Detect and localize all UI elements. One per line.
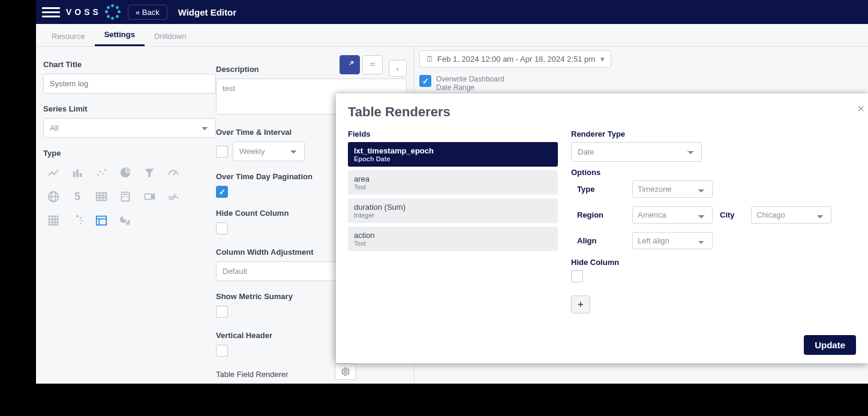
back-button[interactable]: « Back [128, 5, 167, 20]
type-globe-icon[interactable] [43, 186, 64, 207]
plus-icon: + [578, 299, 583, 310]
svg-line-40 [350, 62, 353, 65]
renderer-type-label: Renderer Type [571, 129, 856, 138]
expand-icon [345, 60, 355, 70]
field-item[interactable]: lxt_timestamp_epoch Epoch Date [348, 142, 558, 167]
secondary-action-button[interactable] [362, 55, 383, 74]
type-calc-icon[interactable] [115, 186, 136, 207]
svg-point-43 [344, 370, 347, 373]
svg-point-27 [76, 215, 79, 218]
type-line-icon[interactable] [43, 162, 64, 183]
svg-rect-39 [128, 220, 130, 225]
opt-align-select[interactable]: Left align [632, 232, 713, 249]
update-button[interactable]: Update [804, 335, 856, 355]
opt-region-label: Region [577, 210, 625, 219]
type-grid-icon[interactable] [43, 210, 64, 231]
add-option-button[interactable]: + [571, 296, 590, 313]
field-item[interactable]: action Text [348, 227, 558, 251]
date-range-picker[interactable]: 🗓 Feb 1, 2024 12:00 am - Apr 18, 2024 2:… [419, 50, 611, 68]
fields-label: Fields [348, 129, 558, 138]
svg-point-34 [74, 218, 75, 219]
chevron-down-icon: ▾ [600, 55, 605, 64]
options-label: Options [571, 168, 856, 177]
opt-align-label: Align [577, 236, 625, 245]
svg-rect-0 [73, 171, 76, 177]
over-time-checkbox[interactable] [216, 146, 228, 158]
svg-point-31 [77, 224, 78, 225]
gear-icon [341, 367, 350, 376]
modal-close-button[interactable]: × [857, 102, 864, 116]
over-time-day-checkbox[interactable] [216, 186, 228, 198]
svg-point-3 [97, 174, 99, 176]
opt-type-select[interactable]: Timezone [632, 180, 713, 198]
topbar: VOSS « Back Widget Editor [36, 0, 868, 24]
chart-title-input[interactable] [43, 74, 216, 94]
show-metric-checkbox[interactable] [216, 306, 228, 318]
type-label: Type [43, 149, 216, 158]
svg-rect-2 [80, 173, 82, 177]
hide-col-checkbox[interactable] [571, 270, 583, 282]
type-loading-icon[interactable] [67, 210, 88, 231]
field-item[interactable]: duration (Sum) Integer [348, 198, 558, 223]
type-pie-icon[interactable] [115, 162, 136, 183]
svg-point-29 [81, 220, 83, 222]
opt-type-label: Type [577, 185, 625, 194]
opt-city-select[interactable]: Chicago [751, 206, 831, 224]
logo: VOSS [66, 4, 121, 20]
svg-rect-35 [97, 216, 107, 225]
svg-point-5 [102, 173, 104, 174]
svg-point-4 [100, 171, 101, 173]
svg-rect-16 [122, 192, 130, 201]
svg-rect-1 [76, 170, 79, 177]
series-limit-select[interactable]: All [43, 118, 216, 138]
type-media-icon[interactable] [139, 186, 160, 207]
date-range-value: Feb 1, 2024 12:00 am - Apr 18, 2024 2:51… [437, 55, 595, 64]
over-time-interval-select[interactable]: Weekly [233, 141, 305, 161]
calendar-icon: 🗓 [426, 55, 434, 64]
svg-point-30 [80, 222, 82, 224]
opt-city-label: City [720, 210, 744, 219]
fields-list: lxt_timestamp_epoch Epoch Date area Text… [348, 142, 558, 251]
overwrite-date-checkbox[interactable] [419, 75, 431, 87]
close-icon: × [857, 102, 864, 115]
type-trend-icon[interactable] [163, 186, 184, 207]
type-grid: 5 [43, 162, 199, 231]
svg-line-7 [173, 172, 176, 175]
svg-point-33 [73, 220, 74, 221]
svg-point-6 [104, 169, 106, 171]
type-bar-icon[interactable] [67, 162, 88, 183]
vertical-header-checkbox[interactable] [216, 345, 228, 357]
menu-icon[interactable] [42, 7, 60, 17]
lines-icon [368, 61, 377, 69]
hide-count-checkbox[interactable] [216, 222, 228, 234]
svg-point-28 [80, 217, 82, 219]
page-title: Widget Editor [178, 7, 236, 17]
tab-settings[interactable]: Settings [95, 30, 145, 46]
svg-marker-21 [152, 194, 155, 199]
renderer-type-select[interactable]: Date [571, 142, 702, 162]
svg-rect-22 [49, 216, 58, 225]
logo-text: VOSS [66, 7, 101, 17]
type-funnel-icon[interactable] [139, 162, 160, 183]
field-item[interactable]: area Text [348, 170, 558, 195]
tab-drilldown[interactable]: Drilldown [145, 32, 196, 46]
series-limit-label: Series Limit [43, 104, 216, 113]
tabs: Resource Settings Drilldown [36, 24, 868, 47]
type-number-icon[interactable]: 5 [67, 186, 88, 207]
svg-point-32 [74, 223, 75, 224]
type-scatter-icon[interactable] [91, 162, 112, 183]
logo-swirl-icon [105, 4, 121, 20]
tab-resource[interactable]: Resource [42, 32, 95, 46]
type-piebar-icon[interactable] [115, 210, 136, 231]
opt-region-select[interactable]: America [632, 206, 713, 224]
type-datatable-icon[interactable] [91, 210, 112, 231]
chart-title-label: Chart Title [43, 60, 216, 69]
type-table-icon[interactable] [91, 186, 112, 207]
expand-button[interactable] [340, 55, 360, 74]
settings-gear-button[interactable] [335, 363, 356, 380]
overwrite-date-label: Overwrite Dashboard Date Range [436, 75, 504, 92]
svg-rect-20 [145, 194, 152, 199]
type-gauge-icon[interactable] [163, 162, 184, 183]
table-renderers-modal: Table Renderers × Fields lxt_timestamp_e… [336, 94, 868, 363]
modal-title: Table Renderers [348, 104, 856, 120]
